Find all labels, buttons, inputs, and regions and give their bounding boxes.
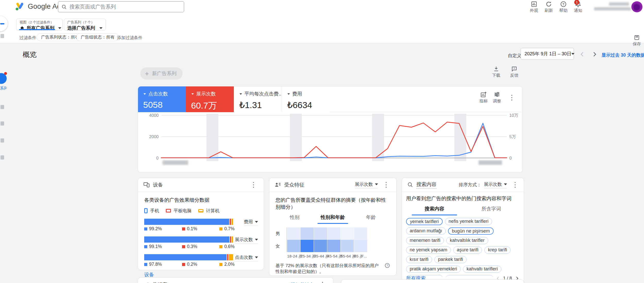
metrics-button[interactable]: 指标 <box>479 91 488 104</box>
search-term-chip[interactable]: yemek tarifleri <box>406 218 443 225</box>
demographics-tab-2[interactable]: 性别和年龄 <box>314 214 352 224</box>
device-breakdown-row: 99.1%0.3%0.6%展示次数 <box>144 236 252 249</box>
scorecard-value: 60.7万 <box>191 100 234 112</box>
search-term-chip[interactable]: ne yemek yapsam <box>406 246 451 254</box>
search-term-chip[interactable]: kahvaltı tarifleri <box>463 266 501 273</box>
legend-color-swatch <box>219 227 222 231</box>
heatmap-col-label: 65 岁... <box>354 254 367 259</box>
device-metric-select[interactable]: 展示次数 <box>235 236 258 244</box>
notifications-button[interactable]: 1 通知 <box>571 1 586 13</box>
keywords-card: 关键字 + 添加关键字 ⋮ <box>138 277 333 283</box>
search-term-chip[interactable]: pankek tarifi <box>434 256 467 263</box>
scorecard-tab-1[interactable]: 点击次数5058 <box>138 86 186 112</box>
x-axis-end-label-redacted <box>478 160 502 165</box>
chevron-down-icon <box>58 27 61 29</box>
chevron-down-icon <box>255 257 258 258</box>
view-selector[interactable]: 视图（2 个过滤条件） 所有广告系列 <box>16 19 63 31</box>
search-term-chip[interactable]: krep tarifi <box>484 246 511 254</box>
download-button[interactable]: 下载 <box>489 66 504 79</box>
nav-item-fragment[interactable] <box>1 34 4 38</box>
add-keywords-button[interactable]: + 添加关键字 <box>285 282 314 283</box>
demographics-menu-kebab-icon[interactable]: ⋮ <box>381 180 392 189</box>
date-range-picker[interactable]: 2025年 9月 1日 – 30日 <box>521 48 574 60</box>
percent-item: 97.8% <box>144 262 182 267</box>
help-icon: ? <box>560 1 567 7</box>
nav-item-fragment[interactable] <box>1 155 4 160</box>
refresh-button[interactable]: 刷新 <box>541 1 556 13</box>
demographics-metric-value: 展示次数 <box>355 181 373 187</box>
nav-item-fragment[interactable] <box>1 121 4 126</box>
search-term-chip[interactable]: ardanın mutfağı <box>406 227 446 235</box>
chevron-down-icon <box>504 183 507 185</box>
help-circle-icon[interactable]: ? <box>384 263 390 268</box>
legend-item-2: 平板电脑 <box>166 208 192 214</box>
percent-value: 0.3% <box>187 244 197 249</box>
chart-card-menu-kebab-icon[interactable]: ⋮ <box>506 93 517 102</box>
date-prev-button[interactable] <box>578 50 587 59</box>
heatmap-col-label: 55-64 岁 <box>341 254 354 259</box>
devices-card: 设备 ⋮ 各类设备的广告效果细分数据 手机平板电脑计算机 99.2%0.1%0.… <box>138 178 264 270</box>
search-term-chip[interactable]: kısır tarifi <box>406 256 432 263</box>
scorecard-tab-3[interactable]: 平均每次点击费...₺1.31 <box>234 86 282 112</box>
new-campaign-label: 新广告系列 <box>152 70 176 77</box>
show-last-30-days-link[interactable]: 显示过去 30 天的数据 <box>602 52 644 58</box>
chevron-down-icon <box>255 221 258 223</box>
avatar[interactable] <box>631 1 642 12</box>
download-icon <box>493 66 499 72</box>
search-term-chip[interactable]: bugün ne pişirsem <box>448 227 494 235</box>
adjust-button[interactable]: 调整 <box>493 91 501 104</box>
percent-item: 0.6% <box>219 244 237 249</box>
demographics-tab-1[interactable]: 性别 <box>276 214 314 224</box>
chevron-down-icon <box>191 93 194 95</box>
campaign-selector-label: 广告系列（7 个） <box>67 20 102 25</box>
search-term-chip[interactable]: menemen tarifi <box>406 237 444 244</box>
keywords-menu-kebab-icon[interactable]: ⋮ <box>317 280 328 283</box>
device-metric-value: 费用 <box>244 219 253 225</box>
device-metric-select[interactable]: 费用 <box>244 219 258 226</box>
scorecard-tab-2[interactable]: 展示次数60.7万 <box>186 86 234 112</box>
device-type-icon <box>198 209 203 213</box>
search-tabs: 搜索内容所含字词 <box>406 206 520 215</box>
sort-by-label: 排序方式： <box>459 182 482 188</box>
search-term-chip[interactable]: aşure tarifi <box>453 246 482 254</box>
chevron-down-icon <box>99 27 102 29</box>
search-term-chip[interactable]: pratik akşam yemekleri <box>406 266 461 273</box>
help-button[interactable]: ? 帮助 <box>556 1 571 13</box>
devices-menu-kebab-icon[interactable]: ⋮ <box>248 180 259 189</box>
search-sort-select[interactable]: 展示次数 <box>484 181 507 188</box>
right-axis-tick: 10万 <box>509 113 518 118</box>
campaign-selector[interactable]: 广告系列（7 个） 选择广告系列 <box>64 19 106 31</box>
percent-value: 99.2% <box>149 226 162 232</box>
percent-item: 99.1% <box>144 244 182 249</box>
campaigns-nav-label[interactable]: 系列 <box>0 86 7 91</box>
nav-item-fragment[interactable] <box>1 105 4 109</box>
save-button[interactable]: 保存 <box>629 34 644 48</box>
heatmap-cell <box>327 227 340 240</box>
appearance-button[interactable]: 外观 <box>527 1 542 13</box>
nav-item-fragment[interactable] <box>1 138 4 143</box>
metrics-icon <box>480 91 487 98</box>
performance-line-chart: 02000400005万10万 <box>138 112 523 173</box>
search-tab-2[interactable]: 所含字词 <box>463 206 520 215</box>
scorecard-tab-4[interactable]: 费用₺6634 <box>282 86 330 112</box>
date-next-button[interactable] <box>590 50 599 59</box>
new-campaign-button[interactable]: + 新广告系列 <box>140 67 183 79</box>
filter-chip-adgroup-status[interactable]: 广告组状态：所有 <box>76 33 119 41</box>
percent-value: 99.1% <box>149 244 162 249</box>
bar-segment <box>229 254 233 260</box>
demographics-footnote: 基于 72% 的展示次数（只有这部分展示所对应的用户性别和年龄是已知的）。 <box>276 263 382 275</box>
add-filter-button[interactable]: 添加过滤条件 <box>117 35 142 41</box>
demographics-tab-3[interactable]: 年龄 <box>352 214 390 224</box>
search-term-chip[interactable]: kahvaltılık tarifler <box>446 237 488 244</box>
search-term-chip[interactable]: nefis yemek tarifleri <box>445 218 492 225</box>
bar-segment <box>227 254 228 260</box>
feedback-button[interactable]: 反馈 <box>507 66 522 79</box>
heatmap-cells <box>286 240 367 252</box>
global-search-input[interactable]: 搜索页面或广告系列 <box>58 1 184 12</box>
device-metric-select[interactable]: 点击次数 <box>235 254 258 261</box>
clipped-bottom-card <box>341 279 524 283</box>
search-tab-1[interactable]: 搜索内容 <box>406 206 463 215</box>
brand[interactable]: Google Ads <box>15 2 65 11</box>
demographics-metric-select[interactable]: 展示次数 <box>355 181 378 188</box>
search-menu-kebab-icon[interactable]: ⋮ <box>510 180 521 189</box>
